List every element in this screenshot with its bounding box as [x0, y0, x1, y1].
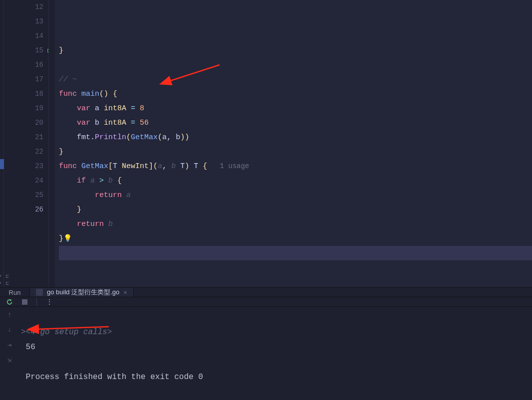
line-number[interactable]: 14: [18, 29, 43, 43]
code-line[interactable]: [59, 58, 532, 72]
run-console-body: ↑ ↓ ⇥ ⇲ ><4 go setup calls> 56 Process f…: [0, 307, 532, 400]
code-line[interactable]: var b int8A = 56: [59, 116, 532, 130]
stop-icon[interactable]: [22, 299, 27, 305]
toolbar-separator: [36, 297, 37, 306]
line-number[interactable]: 12: [18, 0, 43, 14]
soft-wrap-icon[interactable]: ⇥: [7, 341, 11, 349]
code-line[interactable]: func GetMax[T NewInt](a, b T) T { 1 usag…: [59, 159, 532, 174]
console-exit-line: Process finished with the exit code 0: [26, 373, 203, 382]
chevron-right-icon[interactable]: >: [21, 328, 26, 337]
console-left-gutter: ↑ ↓ ⇥ ⇲: [0, 307, 19, 400]
line-number-gutter[interactable]: 12131415▷1617181920212223242526: [18, 0, 49, 287]
breadcrumb-marker: ⊏: [6, 273, 9, 279]
code-line[interactable]: return a: [59, 188, 532, 202]
code-line[interactable]: return b: [59, 217, 532, 231]
run-config-tab[interactable]: go build 泛型衍生类型.go ×: [30, 288, 134, 297]
gutter-annotations: ⊏ ⊏: [4, 0, 18, 287]
run-tool-window: Run go build 泛型衍生类型.go × ⋮ ↑ ↓ ⇥ ⇲ ><4 g…: [0, 287, 532, 400]
line-number[interactable]: 17: [18, 72, 43, 87]
line-number[interactable]: 26: [18, 202, 43, 217]
scroll-up-icon[interactable]: ↑: [7, 311, 11, 319]
line-number[interactable]: 15▷: [18, 43, 43, 58]
chevron-right-icon[interactable]: ›: [0, 280, 2, 286]
line-number[interactable]: 19: [18, 101, 43, 116]
scroll-to-end-icon[interactable]: ⇲: [7, 356, 11, 364]
code-line[interactable]: }💡: [59, 231, 532, 246]
run-config-tab-label: go build 泛型衍生类型.go: [47, 288, 119, 297]
code-line[interactable]: }: [59, 202, 532, 217]
line-number[interactable]: 24: [18, 174, 43, 188]
line-number[interactable]: 25: [18, 188, 43, 202]
line-number[interactable]: 21: [18, 130, 43, 145]
line-number[interactable]: 13: [18, 14, 43, 29]
chevron-right-icon[interactable]: ›: [0, 273, 2, 279]
bookmark-marker[interactable]: [0, 159, 4, 169]
console-output-line: 56: [26, 343, 35, 352]
annotation-arrow-icon: [19, 307, 169, 367]
run-panel-tab-bar: Run go build 泛型衍生类型.go ×: [0, 288, 532, 297]
run-panel-title[interactable]: Run: [0, 288, 30, 297]
code-line[interactable]: var a int8A = 8: [59, 101, 532, 116]
code-line[interactable]: fmt.Println(GetMax(a, b)): [59, 130, 532, 145]
folded-region-label[interactable]: <4 go setup calls>: [26, 328, 112, 337]
line-number[interactable]: 20: [18, 116, 43, 130]
line-number[interactable]: 23: [18, 159, 43, 174]
scroll-down-icon[interactable]: ↓: [7, 326, 11, 334]
editor-area: › › ⊏ ⊏ 12131415▷1617181920212223242526 …: [0, 0, 532, 287]
code-line[interactable]: func main() {: [59, 87, 532, 101]
console-output[interactable]: ><4 go setup calls> 56 Process finished …: [19, 307, 532, 400]
close-icon[interactable]: ×: [123, 289, 127, 296]
line-number[interactable]: 16: [18, 58, 43, 72]
code-editor[interactable]: }// ~func main() { var a int8A = 8 var b…: [55, 0, 532, 287]
go-run-config-icon: [36, 289, 43, 296]
code-line[interactable]: // ~: [59, 72, 532, 87]
editor-left-border: › ›: [0, 0, 4, 287]
more-actions-icon[interactable]: ⋮: [46, 298, 53, 306]
code-line[interactable]: }: [59, 43, 532, 58]
folding-ribbon[interactable]: [49, 0, 55, 287]
code-line[interactable]: }: [59, 145, 532, 159]
line-number[interactable]: 18: [18, 87, 43, 101]
rerun-icon[interactable]: [6, 298, 13, 305]
run-toolbar: ⋮: [0, 297, 532, 307]
breadcrumb-marker: ⊏: [6, 280, 9, 286]
line-number[interactable]: 22: [18, 145, 43, 159]
code-line[interactable]: if a > b {: [59, 174, 532, 188]
code-line[interactable]: [59, 246, 532, 260]
